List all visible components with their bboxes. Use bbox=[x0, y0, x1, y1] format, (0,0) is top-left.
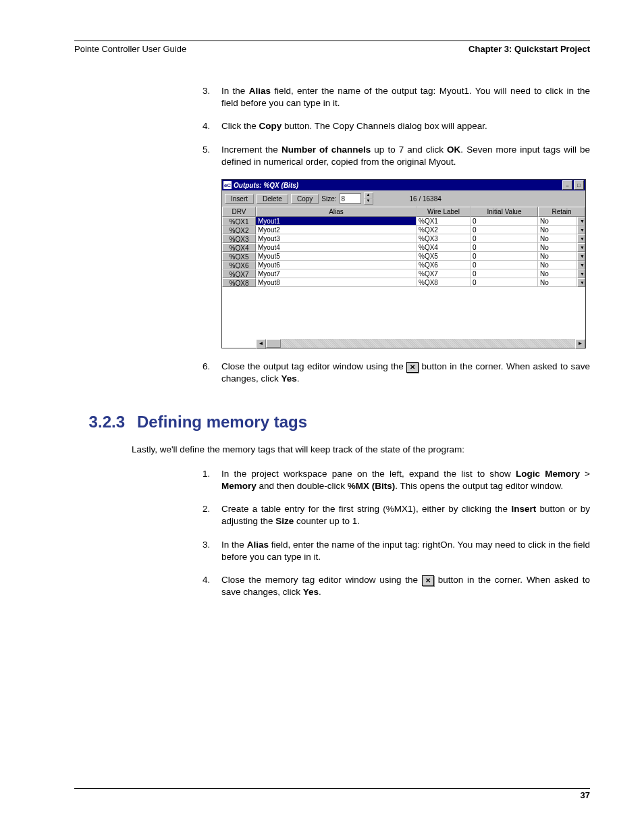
step-4: 4. Click the Copy button. The Copy Chann… bbox=[203, 120, 590, 132]
col-drv[interactable]: DRV bbox=[222, 207, 256, 217]
cell-drv[interactable]: %QX1 bbox=[222, 217, 256, 226]
col-retain[interactable]: Retain bbox=[538, 207, 585, 217]
table-row[interactable]: %QX1Myout1%QX10No▼ bbox=[222, 217, 585, 226]
cell-wire[interactable]: %QX6 bbox=[417, 261, 471, 269]
step-b1: 1. In the project workspace pane on the … bbox=[203, 468, 590, 492]
cell-init[interactable]: 0 bbox=[471, 261, 538, 269]
dropdown-icon[interactable]: ▼ bbox=[577, 261, 585, 269]
cell-alias[interactable]: Myout6 bbox=[256, 261, 417, 269]
cell-retain[interactable]: No bbox=[538, 234, 577, 243]
table-row[interactable]: %QX4Myout4%QX40No▼ bbox=[222, 243, 585, 252]
table-header: DRV Alias Wire Label Initial Value Retai… bbox=[222, 207, 585, 217]
step-number: 3. bbox=[203, 539, 221, 563]
cell-alias[interactable]: Myout4 bbox=[256, 243, 417, 252]
cell-init[interactable]: 0 bbox=[471, 217, 538, 226]
col-wire[interactable]: Wire Label bbox=[417, 207, 471, 217]
dropdown-icon[interactable]: ▼ bbox=[577, 234, 585, 243]
step-number: 1. bbox=[203, 468, 221, 492]
cell-init[interactable]: 0 bbox=[471, 252, 538, 261]
col-init[interactable]: Initial Value bbox=[471, 207, 538, 217]
cell-retain[interactable]: No bbox=[538, 226, 577, 234]
header-right: Chapter 3: Quickstart Project bbox=[468, 44, 590, 54]
cell-alias[interactable]: Myout1 bbox=[256, 217, 417, 226]
maximize-icon[interactable]: □ bbox=[574, 180, 584, 190]
cell-init[interactable]: 0 bbox=[471, 278, 538, 287]
dropdown-icon[interactable]: ▼ bbox=[577, 217, 585, 226]
scroll-right-icon[interactable]: ► bbox=[575, 339, 585, 349]
window-title: Outputs: %QX (Bits) bbox=[234, 182, 562, 189]
size-spinner[interactable]: ▲ ▼ bbox=[364, 192, 373, 205]
insert-button[interactable]: Insert bbox=[225, 194, 254, 204]
dropdown-icon[interactable]: ▼ bbox=[577, 278, 585, 287]
cell-drv[interactable]: %QX7 bbox=[222, 269, 256, 278]
cell-wire[interactable]: %QX4 bbox=[417, 243, 471, 252]
cell-retain[interactable]: No bbox=[538, 278, 577, 287]
size-input[interactable] bbox=[340, 193, 361, 204]
cell-init[interactable]: 0 bbox=[471, 226, 538, 234]
section-number: 3.2.3 bbox=[74, 413, 137, 432]
counter-label: 16 / 16384 bbox=[410, 195, 441, 203]
cell-drv[interactable]: %QX4 bbox=[222, 243, 256, 252]
cell-retain[interactable]: No bbox=[538, 261, 577, 269]
spinner-down-icon[interactable]: ▼ bbox=[364, 199, 373, 205]
header-rule bbox=[74, 41, 590, 41]
cell-wire[interactable]: %QX5 bbox=[417, 252, 471, 261]
section-title: Defining memory tags bbox=[137, 413, 307, 432]
table-row[interactable]: %QX5Myout5%QX50No▼ bbox=[222, 252, 585, 261]
dropdown-icon[interactable]: ▼ bbox=[577, 252, 585, 261]
step-b3: 3. In the Alias field, enter the name of… bbox=[203, 539, 590, 563]
grid-blank: ◄ ► bbox=[222, 287, 585, 348]
cell-retain[interactable]: No bbox=[538, 243, 577, 252]
header-left: Pointe Controller User Guide bbox=[74, 44, 186, 54]
cell-wire[interactable]: %QX2 bbox=[417, 226, 471, 234]
dropdown-icon[interactable]: ▼ bbox=[577, 226, 585, 234]
scroll-track[interactable] bbox=[281, 339, 575, 348]
cell-init[interactable]: 0 bbox=[471, 269, 538, 278]
step-5: 5. Increment the Number of channels up t… bbox=[203, 144, 590, 168]
dropdown-icon[interactable]: ▼ bbox=[577, 243, 585, 252]
dropdown-icon[interactable]: ▼ bbox=[577, 269, 585, 278]
cell-wire[interactable]: %QX3 bbox=[417, 234, 471, 243]
cell-drv[interactable]: %QX5 bbox=[222, 252, 256, 261]
cell-wire[interactable]: %QX7 bbox=[417, 269, 471, 278]
table-row[interactable]: %QX8Myout8%QX80No▼ bbox=[222, 278, 585, 287]
cell-init[interactable]: 0 bbox=[471, 243, 538, 252]
cell-retain[interactable]: No bbox=[538, 269, 577, 278]
cell-drv[interactable]: %QX8 bbox=[222, 278, 256, 287]
step-number: 6. bbox=[203, 361, 221, 385]
cell-alias[interactable]: Myout3 bbox=[256, 234, 417, 243]
cell-wire[interactable]: %QX8 bbox=[417, 278, 471, 287]
cell-drv[interactable]: %QX6 bbox=[222, 261, 256, 269]
table-row[interactable]: %QX6Myout6%QX60No▼ bbox=[222, 261, 585, 269]
spinner-up-icon[interactable]: ▲ bbox=[364, 192, 373, 199]
step-b2: 2. Create a table entry for the first st… bbox=[203, 503, 590, 527]
cell-retain[interactable]: No bbox=[538, 217, 577, 226]
minimize-icon[interactable]: – bbox=[562, 180, 572, 190]
cell-alias[interactable]: Myout7 bbox=[256, 269, 417, 278]
cell-alias[interactable]: Myout5 bbox=[256, 252, 417, 261]
step-number: 4. bbox=[203, 120, 221, 132]
step-b4: 4. Close the memory tag editor window us… bbox=[203, 574, 590, 598]
cell-retain[interactable]: No bbox=[538, 252, 577, 261]
cell-init[interactable]: 0 bbox=[471, 234, 538, 243]
cell-alias[interactable]: Myout2 bbox=[256, 226, 417, 234]
scroll-thumb[interactable] bbox=[266, 339, 281, 348]
table-row[interactable]: %QX7Myout7%QX70No▼ bbox=[222, 269, 585, 278]
delete-button[interactable]: Delete bbox=[257, 194, 288, 204]
cell-drv[interactable]: %QX3 bbox=[222, 234, 256, 243]
cell-drv[interactable]: %QX2 bbox=[222, 226, 256, 234]
scroll-left-icon[interactable]: ◄ bbox=[256, 339, 266, 349]
copy-button[interactable]: Copy bbox=[291, 194, 319, 204]
col-alias[interactable]: Alias bbox=[256, 207, 417, 217]
cell-wire[interactable]: %QX1 bbox=[417, 217, 471, 226]
page-number: 37 bbox=[74, 790, 590, 800]
section-heading: 3.2.3 Defining memory tags bbox=[74, 413, 590, 432]
step-3: 3. In the Alias field, enter the name of… bbox=[203, 85, 590, 109]
step-number: 5. bbox=[203, 144, 221, 168]
horizontal-scrollbar[interactable]: ◄ ► bbox=[256, 339, 585, 348]
footer-rule bbox=[74, 788, 590, 789]
table-row[interactable]: %QX3Myout3%QX30No▼ bbox=[222, 234, 585, 243]
window-titlebar[interactable]: eC Outputs: %QX (Bits) – □ bbox=[222, 180, 585, 190]
table-row[interactable]: %QX2Myout2%QX20No▼ bbox=[222, 226, 585, 234]
cell-alias[interactable]: Myout8 bbox=[256, 278, 417, 287]
